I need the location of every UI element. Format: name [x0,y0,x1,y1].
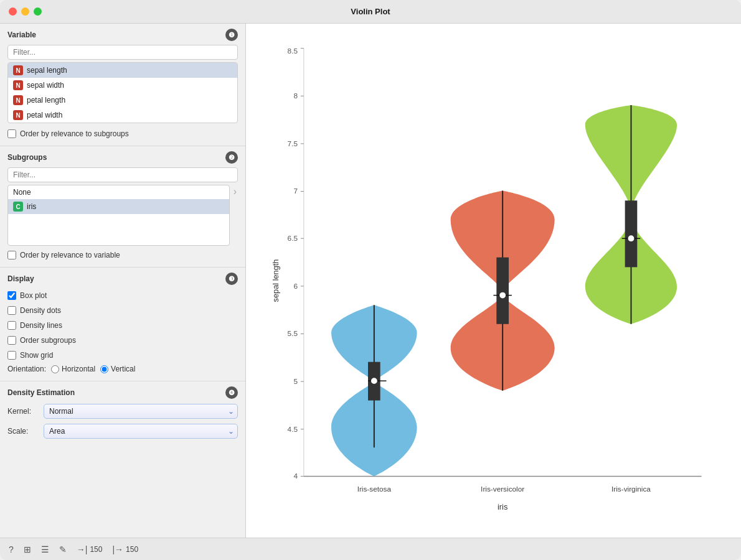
main-window: Violin Plot Variable ❶ N sepal length N [0,0,741,560]
variable-badge: ❶ [225,29,238,41]
boxplot-label: Box plot [20,291,47,300]
variable-name: sepal length [27,66,67,75]
minimize-button[interactable] [21,7,29,16]
scale-row: Scale: Area Count Width ⌄ [7,424,238,439]
input-arrow-icon: →| [77,544,88,554]
density-dots-row: Density dots [7,304,238,317]
x-axis-label: iris [498,502,507,511]
subgroup-item-iris[interactable]: C iris [8,199,229,214]
titlebar: Violin Plot [0,0,741,24]
variable-section: Variable ❶ N sepal length N sepal width … [0,24,245,146]
kernel-label: Kernel: [7,407,39,416]
density-dots-checkbox[interactable] [7,306,16,315]
variable-type-badge: N [13,80,23,90]
grid-view-button[interactable]: ⊞ [24,544,31,554]
expand-arrow-button[interactable]: › [232,185,238,198]
y-tick-6.0: 6 [293,282,298,290]
x-label-setosa: Iris-setosa [357,485,392,493]
variable-type-badge: N [13,65,23,75]
orientation-label: Orientation: [7,365,46,373]
close-button[interactable] [9,7,17,16]
order-by-relevance-subgroups-label: Order by relevance to subgroups [20,129,129,138]
variable-item-sepal-length[interactable]: N sepal length [8,63,237,78]
help-icon: ? [9,544,14,554]
variable-name: petal width [27,111,62,119]
display-badge: ❸ [225,273,238,285]
y-tick-5.5: 5.5 [288,329,298,337]
order-by-relevance-variable-checkbox[interactable] [7,251,16,259]
y-axis-label: sepal length [271,259,280,302]
order-by-relevance-variable-label: Order by relevance to variable [20,251,120,259]
variable-type-badge: N [13,110,23,120]
list-view-button[interactable]: ☰ [41,544,49,554]
y-tick-6.5: 6.5 [288,234,298,242]
density-lines-row: Density lines [7,319,238,332]
boxplot-checkbox[interactable] [7,291,16,300]
order-subgroups-label: Order subgroups [20,336,76,345]
order-by-relevance-subgroups-row: Order by relevance to subgroups [7,127,238,141]
horizontal-radio[interactable] [51,365,59,373]
y-tick-4.5: 4.5 [288,425,298,433]
input-count-value: 150 [90,545,102,554]
versicolor-box [496,258,509,324]
boxplot-row: Box plot [7,289,238,302]
kernel-select-wrapper: Normal Epanechnikov Biweight Triweight C… [44,404,238,419]
pencil-icon: ✎ [59,544,67,554]
virginica-median-dot [628,235,635,241]
order-by-relevance-subgroups-checkbox[interactable] [7,129,16,138]
horizontal-orientation-label[interactable]: Horizontal [51,365,95,373]
window-title: Violin Plot [351,7,390,16]
kernel-row: Kernel: Normal Epanechnikov Biweight Tri… [7,404,238,419]
variable-item-sepal-width[interactable]: N sepal width [8,78,237,93]
y-tick-8.5: 8.5 [288,47,298,55]
show-grid-checkbox[interactable] [7,351,16,360]
density-lines-label: Density lines [20,321,62,330]
vertical-orientation-label[interactable]: Vertical [100,365,135,373]
list-icon: ☰ [41,544,49,554]
subgroups-filter-input[interactable] [7,167,238,182]
variable-name: sepal width [27,81,64,90]
density-badge: ❹ [225,386,238,399]
orientation-row: Orientation: Horizontal Vertical [7,362,238,376]
versicolor-median-dot [499,292,506,299]
subgroup-spacer [8,214,229,245]
virginica-box [625,200,638,267]
vertical-label: Vertical [111,365,135,373]
subgroups-list: None C iris [7,185,230,246]
subgroup-type-badge: C [13,202,23,212]
scale-label: Scale: [7,427,39,436]
display-section: Display ❸ Box plot Density dots Density … [0,268,245,381]
density-lines-checkbox[interactable] [7,321,16,330]
subgroups-badge: ❷ [225,151,238,164]
subgroups-section: Subgroups ❷ None C iris › [0,146,245,268]
scale-select[interactable]: Area Count Width [44,424,238,439]
subgroups-section-header: Subgroups ❷ [7,151,238,164]
variable-list: N sepal length N sepal width N petal len… [7,62,238,123]
y-tick-7.5: 7.5 [288,139,298,147]
maximize-button[interactable] [34,7,42,16]
setosa-median-dot [371,378,377,384]
help-button[interactable]: ? [9,544,14,554]
subgroup-name: iris [27,202,36,211]
variable-filter-input[interactable] [7,45,238,60]
traffic-lights [9,7,42,16]
variable-type-badge: N [13,95,23,105]
variable-item-petal-length[interactable]: N petal length [8,93,237,108]
variable-name: petal length [27,96,65,105]
subgroup-item-none[interactable]: None [8,185,229,199]
output-count-value: 150 [126,545,138,554]
output-count: |→ 150 [112,544,138,554]
edit-button[interactable]: ✎ [59,544,67,554]
display-section-title: Display [7,274,34,283]
variable-item-petal-width[interactable]: N petal width [8,108,237,123]
order-subgroups-checkbox[interactable] [7,336,16,345]
y-tick-8.0: 8 [293,91,298,100]
vertical-radio[interactable] [100,365,108,373]
sidebar: Variable ❶ N sepal length N sepal width … [0,24,246,538]
chart-area: sepal length 4 4.5 5 5 [246,24,741,538]
kernel-select[interactable]: Normal Epanechnikov Biweight Triweight C… [44,404,238,419]
statusbar: ? ⊞ ☰ ✎ →| 150 |→ 150 [0,538,741,560]
density-section-title: Density Estimation [7,388,75,397]
subgroups-section-title: Subgroups [7,153,47,162]
output-arrow-icon: |→ [112,544,123,554]
